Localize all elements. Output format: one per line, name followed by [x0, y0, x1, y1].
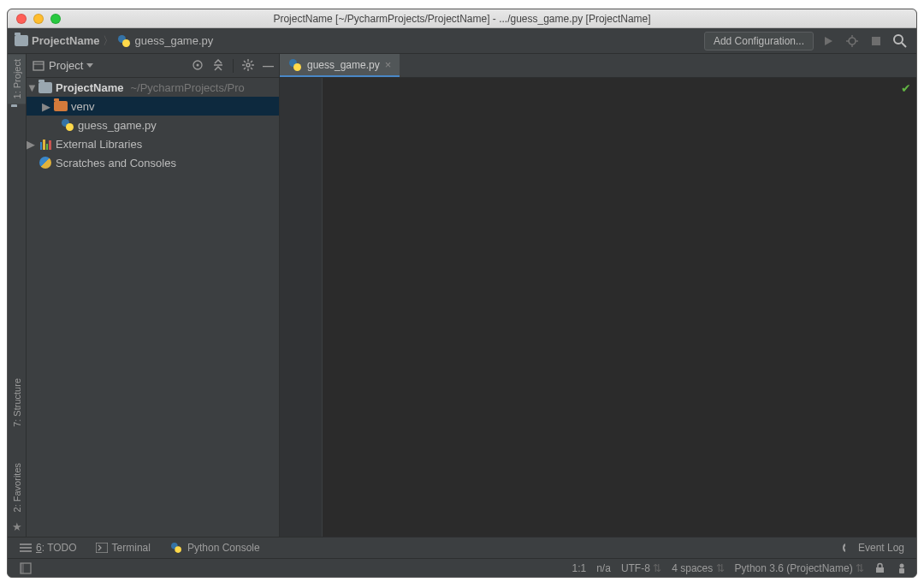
tool-window-quick-access[interactable]	[20, 562, 32, 574]
tree-scratches[interactable]: ▶ Scratches and Consoles	[27, 153, 279, 172]
editor-tabs: guess_game.py ×	[280, 54, 916, 78]
settings-icon[interactable]	[242, 59, 254, 73]
search-everywhere-button[interactable]	[891, 32, 909, 50]
scratches-icon	[38, 156, 52, 169]
status-readonly: n/a	[596, 562, 611, 574]
tool-terminal[interactable]: Terminal	[96, 542, 151, 554]
collapse-all-icon[interactable]	[212, 59, 224, 73]
python-file-icon	[61, 118, 74, 132]
editor-area: guess_game.py × ✔	[280, 54, 916, 537]
tool-python-console[interactable]: Python Console	[169, 541, 260, 555]
run-button[interactable]	[819, 32, 838, 50]
breadcrumb-separator: 〉	[103, 33, 114, 49]
svg-rect-28	[876, 567, 884, 573]
navigation-bar: ProjectName 〉 guess_game.py Add Configur…	[8, 28, 916, 54]
locate-icon[interactable]	[192, 59, 204, 73]
svg-line-18	[244, 61, 246, 62]
python-file-icon	[288, 58, 302, 72]
tree-file-guess-game[interactable]: guess_game.py	[27, 116, 279, 134]
svg-rect-30	[899, 568, 904, 573]
window-title: ProjectName [~/PycharmProjects/ProjectNa…	[8, 13, 916, 25]
status-encoding[interactable]: UTF-8 ⇅	[621, 562, 661, 574]
tree-venv[interactable]: ▶ venv	[27, 97, 279, 116]
project-tool-window: Project — ▼ ProjectName ~/PycharmProject…	[27, 54, 280, 537]
tool-project-tab[interactable]: 1: Project	[8, 54, 26, 104]
tool-structure-tab[interactable]: 7: Structure	[8, 373, 26, 432]
lock-icon[interactable]	[874, 562, 886, 573]
svg-line-19	[251, 68, 252, 69]
close-tab-icon[interactable]: ×	[385, 58, 392, 71]
status-bar: 1:1 n/a UTF-8 ⇅ 4 spaces ⇅ Python 3.6 (P…	[8, 558, 916, 577]
svg-point-13	[246, 63, 250, 67]
tool-todo[interactable]: 6: TODO	[20, 542, 77, 554]
editor-gutter	[280, 78, 323, 537]
project-view-selector[interactable]: Project	[49, 59, 93, 72]
external-libraries-icon	[38, 137, 52, 151]
svg-rect-5	[872, 37, 880, 45]
hide-tool-icon[interactable]: —	[263, 59, 274, 73]
editor-tab-guess-game[interactable]: guess_game.py ×	[280, 54, 400, 77]
svg-line-7	[902, 43, 906, 47]
svg-line-20	[244, 68, 246, 69]
svg-line-21	[251, 61, 252, 62]
folder-icon	[38, 80, 52, 94]
svg-rect-25	[96, 543, 108, 553]
hector-icon[interactable]	[896, 562, 908, 574]
svg-rect-27	[21, 563, 24, 573]
editor-content[interactable]	[323, 78, 916, 537]
debug-button[interactable]	[843, 32, 862, 50]
tool-project-icon	[11, 107, 23, 119]
bottom-tool-buttons: 6: TODO Terminal Python Console Event Lo…	[8, 537, 916, 558]
titlebar: ProjectName [~/PycharmProjects/ProjectNa…	[8, 9, 916, 28]
folder-icon	[54, 99, 68, 113]
left-tool-gutter: 1: Project 7: Structure 2: Favorites ★	[8, 54, 27, 537]
status-interpreter[interactable]: Python 3.6 (ProjectName) ⇅	[735, 562, 864, 574]
tree-root[interactable]: ▼ ProjectName ~/PycharmProjects/Pro	[27, 78, 279, 97]
ide-window: ProjectName [~/PycharmProjects/ProjectNa…	[7, 9, 917, 578]
python-icon	[169, 541, 183, 555]
status-caret-position[interactable]: 1:1	[572, 562, 587, 574]
svg-point-29	[900, 563, 904, 567]
folder-icon	[15, 34, 28, 48]
svg-point-0	[849, 38, 856, 45]
inspection-ok-icon: ✔	[901, 81, 911, 95]
svg-point-6	[894, 35, 903, 44]
svg-point-11	[197, 63, 199, 66]
svg-rect-8	[33, 62, 44, 70]
breadcrumb[interactable]: ProjectName 〉 guess_game.py	[15, 33, 704, 49]
breadcrumb-project: ProjectName	[32, 34, 99, 47]
python-file-icon	[117, 34, 131, 48]
add-configuration-button[interactable]: Add Configuration...	[704, 32, 814, 50]
tool-favorites-tab[interactable]: 2: Favorites	[8, 458, 26, 517]
project-view-icon	[32, 59, 45, 73]
tree-external-libraries[interactable]: ▶ External Libraries	[27, 134, 279, 153]
stop-button[interactable]	[867, 32, 886, 50]
breadcrumb-file: guess_game.py	[134, 34, 213, 47]
tool-event-log[interactable]: Event Log	[842, 542, 904, 554]
status-indent[interactable]: 4 spaces ⇅	[672, 562, 724, 574]
